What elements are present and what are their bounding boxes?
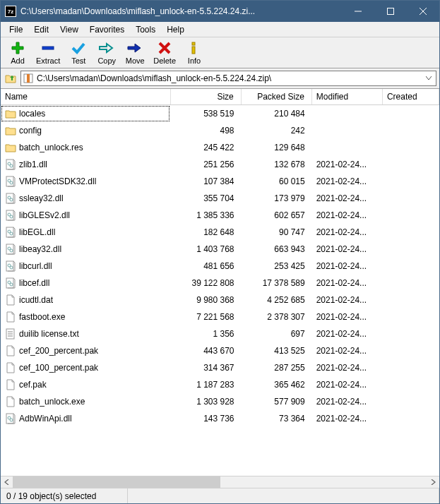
extract-button[interactable]: Extract	[32, 39, 64, 66]
table-row[interactable]: batch_unlock.exe1 303 928577 9092021-02-…	[1, 393, 439, 410]
file-size: 314 367	[170, 359, 241, 376]
up-button[interactable]	[4, 71, 18, 85]
path-box[interactable]: C:\Users\madan\Downloads\miflash_unlock-…	[20, 71, 436, 86]
scroll-right-button[interactable]	[427, 476, 439, 488]
test-button[interactable]: Test	[64, 39, 93, 66]
file-modified: 2021-02-24...	[312, 173, 383, 190]
file-modified: 2021-02-24...	[312, 224, 383, 241]
svg-rect-6	[192, 47, 195, 54]
file-modified: 2021-02-24...	[312, 292, 383, 308]
file-created	[383, 342, 439, 359]
file-size: 182 648	[170, 224, 241, 241]
file-size: 1 356	[170, 325, 241, 342]
file-name: config	[19, 126, 42, 136]
file-created	[383, 308, 439, 325]
minimize-button[interactable]	[342, 1, 374, 22]
file-packed-size: 602 657	[242, 207, 312, 224]
file-size: 9 980 368	[170, 292, 241, 308]
title-bar: 7z C:\Users\madan\Downloads\miflash_unlo…	[1, 1, 439, 22]
table-row[interactable]: VMProtectSDK32.dll107 38460 0152021-02-2…	[1, 173, 439, 190]
maximize-button[interactable]	[374, 1, 407, 22]
table-row[interactable]: libcef.dll39 122 80817 378 5892021-02-24…	[1, 275, 439, 292]
address-bar: C:\Users\madan\Downloads\miflash_unlock-…	[1, 68, 439, 89]
menu-edit[interactable]: Edit	[28, 23, 54, 36]
table-row[interactable]: cef_100_percent.pak314 367287 2552021-02…	[1, 359, 439, 376]
file-name: libcef.dll	[19, 278, 49, 288]
path-dropdown[interactable]	[423, 71, 434, 85]
table-row[interactable]: libEGL.dll182 64890 7472021-02-24...	[1, 224, 439, 241]
file-packed-size: 4 252 685	[242, 292, 312, 308]
info-button[interactable]: Info	[180, 39, 208, 66]
copy-arrow-icon	[98, 40, 115, 56]
file-packed-size: 129 648	[242, 139, 312, 156]
file-size: 39 122 808	[170, 275, 241, 292]
scroll-left-button[interactable]	[1, 476, 13, 488]
file-size: 481 656	[170, 258, 241, 275]
file-modified: 2021-02-24...	[312, 275, 383, 292]
delete-x-icon	[156, 40, 173, 56]
menu-help[interactable]: Help	[161, 23, 190, 36]
check-icon	[70, 40, 87, 56]
svg-rect-1	[388, 8, 394, 15]
table-row[interactable]: cef_200_percent.pak443 670413 5252021-02…	[1, 342, 439, 359]
table-row[interactable]: locales538 519210 484	[1, 105, 439, 122]
file-modified: 2021-02-24...	[312, 359, 383, 376]
menu-view[interactable]: View	[54, 23, 84, 36]
extract-label: Extract	[36, 56, 60, 65]
column-modified[interactable]: Modified	[311, 89, 382, 105]
column-packed-size[interactable]: Packed Size	[241, 89, 311, 105]
file-name: cef.pak	[19, 380, 47, 390]
menu-tools[interactable]: Tools	[130, 23, 161, 36]
folder-icon	[5, 142, 16, 153]
table-row[interactable]: cef.pak1 187 283365 4622021-02-24...	[1, 376, 439, 393]
file-packed-size: 663 943	[242, 241, 312, 258]
chevron-down-icon	[426, 76, 432, 80]
menu-favorites[interactable]: Favorites	[84, 23, 130, 36]
file-created	[383, 410, 439, 427]
scroll-track[interactable]	[13, 476, 427, 488]
file-packed-size: 173 979	[242, 190, 312, 207]
delete-button[interactable]: Delete	[149, 39, 180, 66]
column-created[interactable]: Created	[382, 89, 439, 105]
file-name: batch_unlock.res	[19, 143, 83, 152]
info-icon	[186, 40, 203, 56]
file-size: 1 303 928	[170, 393, 241, 410]
plus-icon	[9, 40, 26, 56]
copy-button[interactable]: Copy	[93, 39, 121, 66]
dll-icon	[5, 159, 16, 170]
table-row[interactable]: fastboot.exe7 221 5682 378 3072021-02-24…	[1, 308, 439, 325]
file-packed-size: 210 484	[242, 105, 312, 122]
table-row[interactable]: AdbWinApi.dll143 73673 3642021-02-24...	[1, 410, 439, 427]
table-row[interactable]: duilib license.txt1 3566972021-02-24...	[1, 325, 439, 342]
table-row[interactable]: icudtl.dat9 980 3684 252 6852021-02-24..…	[1, 292, 439, 308]
file-modified: 2021-02-24...	[312, 410, 383, 427]
column-size[interactable]: Size	[170, 89, 241, 105]
table-row[interactable]: libGLESv2.dll1 385 336602 6572021-02-24.…	[1, 207, 439, 224]
file-icon	[5, 311, 16, 323]
horizontal-scrollbar[interactable]	[1, 476, 439, 488]
dll-icon	[5, 193, 16, 204]
table-row[interactable]: ssleay32.dll355 704173 9792021-02-24...	[1, 190, 439, 207]
file-packed-size: 132 678	[242, 156, 312, 173]
file-modified: 2021-02-24...	[312, 376, 383, 393]
scroll-thumb[interactable]	[13, 476, 220, 488]
file-created	[383, 190, 439, 207]
move-button[interactable]: Move	[121, 39, 149, 66]
add-button[interactable]: Add	[4, 39, 32, 66]
file-name: cef_200_percent.pak	[19, 346, 98, 356]
dll-icon	[5, 210, 16, 221]
table-row[interactable]: batch_unlock.res245 422129 648	[1, 139, 439, 156]
close-button[interactable]	[407, 1, 439, 22]
file-size: 1 403 768	[170, 241, 241, 258]
menu-file[interactable]: File	[4, 23, 28, 36]
table-row[interactable]: libcurl.dll481 656253 4252021-02-24...	[1, 258, 439, 275]
file-packed-size: 17 378 589	[242, 275, 312, 292]
file-name: batch_unlock.exe	[19, 397, 85, 407]
table-row[interactable]: config498242	[1, 122, 439, 139]
table-row[interactable]: zlib1.dll251 256132 6782021-02-24...	[1, 156, 439, 173]
dll-icon	[5, 413, 16, 424]
column-name[interactable]: Name	[1, 89, 170, 105]
file-name: icudtl.dat	[19, 295, 53, 305]
file-size: 143 736	[170, 410, 241, 427]
table-row[interactable]: libeay32.dll1 403 768663 9432021-02-24..…	[1, 241, 439, 258]
